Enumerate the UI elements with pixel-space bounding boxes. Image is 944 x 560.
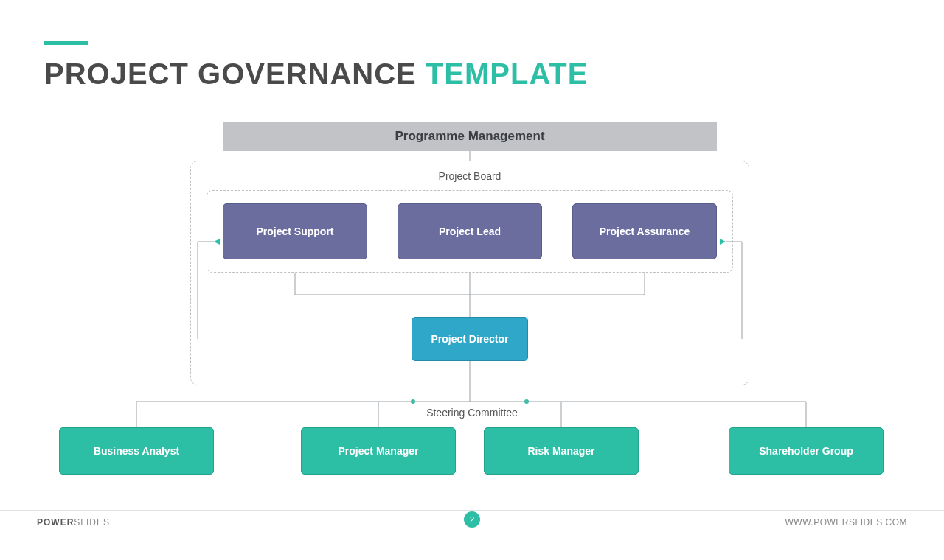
title-accent: TEMPLATE [426, 57, 589, 90]
box-project-lead: Project Lead [398, 203, 542, 259]
title-accent-bar [44, 41, 88, 45]
box-shareholder-group: Shareholder Group [729, 427, 884, 475]
box-project-director: Project Director [412, 317, 528, 361]
page-number-badge: 2 [464, 511, 480, 528]
project-board-label: Project Board [439, 170, 502, 182]
footer-brand: POWERSLIDES [37, 517, 110, 528]
footer-url: WWW.POWERSLIDES.COM [785, 517, 908, 528]
footer-divider [0, 510, 944, 511]
footer-brand-light: SLIDES [74, 517, 110, 528]
box-project-support: Project Support [223, 203, 367, 259]
box-risk-manager: Risk Manager [484, 427, 639, 475]
programme-band: Programme Management [223, 122, 717, 151]
box-project-manager: Project Manager [301, 427, 456, 475]
svg-point-12 [411, 399, 415, 404]
steering-committee-label: Steering Committee [426, 407, 518, 419]
box-business-analyst: Business Analyst [59, 427, 214, 475]
page-title: PROJECT GOVERNANCE TEMPLATE [44, 57, 588, 91]
box-project-assurance: Project Assurance [572, 203, 717, 259]
title-main: PROJECT GOVERNANCE [44, 57, 417, 90]
svg-point-13 [524, 399, 529, 404]
footer-brand-bold: POWER [37, 517, 74, 528]
slide: PROJECT GOVERNANCE TEMPLATE Programme Ma… [0, 0, 944, 560]
